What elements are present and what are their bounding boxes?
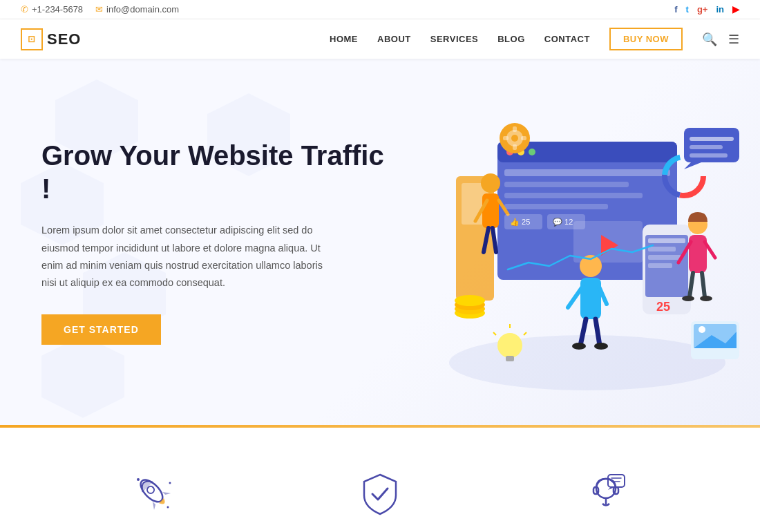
svg-point-50 — [572, 343, 586, 350]
svg-rect-65 — [506, 356, 514, 361]
svg-point-38 — [481, 173, 500, 193]
svg-point-63 — [455, 295, 485, 306]
search-icon[interactable]: 🔍 — [702, 32, 717, 47]
nav-about[interactable]: ABOUT — [377, 34, 411, 44]
svg-rect-35 — [513, 144, 517, 150]
nav-contact[interactable]: CONTACT — [544, 34, 590, 44]
nav-links: HOME ABOUT SERVICES BLOG CONTACT BUY NOW… — [330, 28, 739, 50]
svg-rect-24 — [648, 238, 685, 243]
shield-icon — [356, 469, 404, 517]
svg-rect-39 — [482, 193, 499, 228]
svg-point-51 — [594, 343, 608, 350]
svg-point-82 — [137, 478, 140, 481]
svg-point-5 — [449, 335, 725, 390]
googleplus-link[interactable]: g+ — [697, 4, 708, 15]
svg-rect-25 — [648, 247, 676, 251]
logo[interactable]: ⊡ SEO — [21, 28, 81, 50]
svg-rect-37 — [521, 136, 526, 140]
email-address: info@domain.com — [106, 4, 179, 15]
svg-point-58 — [682, 296, 694, 301]
menu-icon[interactable]: ☰ — [728, 32, 739, 47]
logo-text: SEO — [47, 30, 81, 48]
email-icon: ✉ — [95, 4, 103, 15]
navbar: ⊡ SEO HOME ABOUT SERVICES BLOG CONTACT B… — [0, 19, 760, 59]
topbar-contact: ✆ +1-234-5678 ✉ info@domain.com — [21, 4, 179, 15]
svg-rect-34 — [513, 126, 517, 132]
svg-point-59 — [700, 296, 712, 301]
svg-rect-19 — [690, 145, 723, 149]
facebook-link[interactable]: f — [674, 4, 677, 15]
hero-description: Lorem ipsum dolor sit amet consectetur a… — [41, 222, 339, 292]
svg-text:25: 25 — [656, 300, 670, 314]
linkedin-link[interactable]: in — [716, 4, 724, 15]
svg-rect-27 — [648, 263, 672, 268]
svg-rect-45 — [580, 278, 601, 319]
nav-home[interactable]: HOME — [330, 34, 358, 44]
svg-line-57 — [702, 273, 705, 297]
nav-services[interactable]: SERVICES — [430, 34, 479, 44]
feature-dedicated-support: Dedicated Support Nunc egestas augue at … — [493, 469, 719, 532]
svg-rect-12 — [504, 182, 629, 187]
email-info: ✉ info@domain.com — [95, 4, 179, 15]
youtube-link[interactable]: ▶ — [732, 4, 739, 15]
svg-rect-14 — [504, 204, 608, 209]
phone-number: +1-234-5678 — [32, 4, 83, 15]
svg-point-84 — [169, 482, 171, 484]
svg-line-68 — [524, 332, 526, 335]
svg-rect-20 — [690, 153, 728, 158]
svg-rect-36 — [503, 136, 509, 140]
svg-text:💬 12: 💬 12 — [553, 217, 573, 227]
nav-blog[interactable]: BLOG — [497, 34, 525, 44]
svg-point-75 — [699, 326, 705, 333]
svg-rect-13 — [504, 193, 643, 198]
svg-marker-21 — [684, 162, 701, 169]
hero-content: Grow Your Website Traffic ! Lorem ipsum … — [41, 139, 387, 345]
hero-section: Grow Your Website Traffic ! Lorem ipsum … — [0, 59, 760, 425]
svg-point-10 — [529, 149, 535, 155]
rocket-icon — [130, 469, 178, 517]
feature-highly-optimized: Highly Optimized Curabitur ligula sapien… — [41, 469, 267, 532]
svg-line-67 — [493, 332, 496, 335]
svg-point-64 — [497, 333, 522, 358]
svg-rect-11 — [504, 169, 670, 176]
svg-point-33 — [511, 135, 518, 142]
phone-info: ✆ +1-234-5678 — [21, 4, 83, 15]
svg-line-46 — [568, 287, 582, 307]
feature-high-end-secured: High-End Secured Suspendisse nisl elit r… — [267, 469, 493, 532]
social-links: f t g+ in ▶ — [674, 4, 739, 15]
buy-now-button[interactable]: BUY NOW — [609, 28, 683, 50]
topbar: ✆ +1-234-5678 ✉ info@domain.com f t g+ i… — [0, 0, 760, 19]
svg-marker-4 — [41, 335, 124, 418]
nav-icons: 🔍 ☰ — [702, 32, 739, 47]
get-started-button[interactable]: GET STARTED — [41, 314, 161, 345]
phone-icon: ✆ — [21, 4, 28, 15]
svg-rect-26 — [648, 255, 681, 260]
headset-icon — [582, 469, 630, 517]
svg-rect-18 — [690, 137, 734, 141]
logo-icon: ⊡ — [21, 28, 43, 50]
twitter-link[interactable]: t — [686, 4, 689, 15]
hero-title: Grow Your Website Traffic ! — [41, 139, 387, 205]
svg-text:👍 25: 👍 25 — [510, 217, 530, 227]
hero-illustration: 25 — [387, 86, 746, 404]
svg-point-83 — [167, 506, 169, 509]
features-section: Highly Optimized Curabitur ligula sapien… — [0, 428, 760, 532]
